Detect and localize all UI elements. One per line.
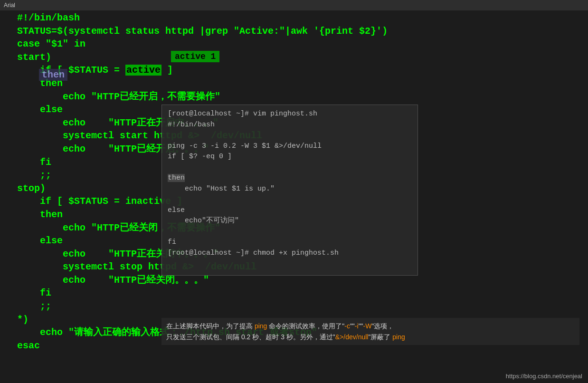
overlay-code: [root@localhost ~]# vim pinghost.sh #!/b…: [168, 109, 412, 259]
overlay-panel: [root@localhost ~]# vim pinghost.sh #!/b…: [161, 105, 418, 276]
desc-line2: 只发送三个测试包、间隔 0.2 秒、超时 3 秒。另外，通过"&>/dev/nu…: [166, 332, 575, 342]
desc-line1: 在上述脚本代码中，为了提高 ping 命令的测试效率，使用了"-c""-i""-…: [166, 321, 575, 331]
topbar-font-label: Arial: [4, 2, 15, 9]
active-badge: active 1: [171, 51, 219, 62]
bottom-bar: https://blog.csdn.net/cenjeal: [0, 369, 588, 383]
then-badge: then: [39, 69, 67, 81]
topbar: Arial: [0, 0, 588, 10]
description-overlay: 在上述脚本代码中，为了提高 ping 命令的测试效率，使用了"-c""-i""-…: [161, 318, 579, 345]
url-label: https://blog.csdn.net/cenjeal: [506, 373, 582, 380]
